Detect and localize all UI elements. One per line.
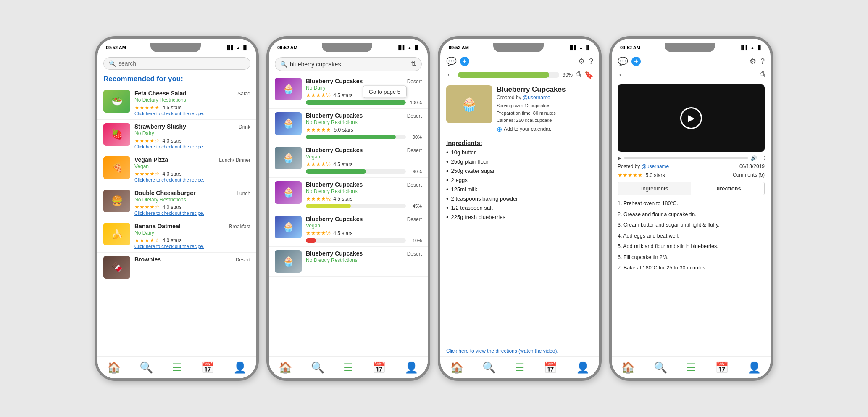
share-icon-4[interactable]: ⎙ — [760, 70, 765, 79]
food-name-1: Strawberry Slushy — [134, 123, 186, 130]
nav-user-4[interactable]: 👤 — [747, 361, 761, 374]
ingredients-section-3: Ingredients: •10g butter •250g plain flo… — [440, 137, 599, 346]
nav-calendar-3[interactable]: 📅 — [544, 361, 557, 374]
list-item[interactable]: 🍓 Strawberry Slushy Drink No Dairy ★★★★☆… — [97, 120, 256, 153]
video-timeline-4[interactable] — [624, 157, 748, 159]
nav-home-3[interactable]: 🏠 — [450, 361, 463, 374]
directions-link-3[interactable]: Click here to view the directions (watch… — [440, 346, 599, 356]
recipe-link-0[interactable]: Click here to check out the recipe. — [134, 111, 250, 116]
search-bar-2[interactable]: 🔍 ⇅ — [275, 57, 422, 71]
nav-list-3[interactable]: ☰ — [515, 361, 524, 374]
ingredient-5: •2 teaspoons baking powder — [446, 194, 593, 203]
list-item[interactable]: 🍌 Banana Oatmeal Breakfast No Dairy ★★★★… — [97, 219, 256, 253]
plus-button-4[interactable]: + — [631, 57, 641, 66]
play-button-4[interactable]: ▶ — [680, 107, 702, 129]
list-item[interactable]: 🧁 Blueberry Cupcakes Desert No Dietary R… — [269, 178, 428, 212]
poster-username-4[interactable]: @username — [642, 164, 669, 169]
nav-search-4[interactable]: 🔍 — [654, 361, 667, 374]
nav-user-1[interactable]: 👤 — [233, 361, 247, 374]
status-bar-2: 09:52 AM ▐▌▌ ▲ ▐▌ — [269, 39, 428, 54]
notch-1 — [150, 43, 201, 52]
back-button-3[interactable]: ← — [446, 70, 455, 79]
username-3[interactable]: @username — [523, 95, 550, 100]
result-stars-text-4: 4.5 stars — [333, 230, 352, 236]
recipe-link-4[interactable]: Click here to check out the recipe. — [134, 244, 250, 249]
progress-row-4: 10% — [306, 238, 422, 243]
gear-icon-3[interactable]: ⚙ — [578, 57, 585, 66]
status-bar-3: 09:52 AM ▐▌▌ ▲ ▐▌ — [440, 39, 599, 54]
plus-button-3[interactable]: + — [460, 57, 469, 66]
recipe-link-3[interactable]: Click here to check out the recipe. — [134, 211, 250, 216]
food-name-row-5: Brownies Desert — [134, 256, 250, 263]
search-bar-1[interactable]: 🔍 — [103, 57, 250, 70]
list-item[interactable]: 🧁 Blueberry Cupcakes Desert No Dairy ★★★… — [269, 74, 428, 109]
stars-4: ★★★★☆ 4.0 stars — [134, 236, 250, 244]
food-info-0: Feta Cheese Salad Salad No Dietary Restr… — [134, 90, 250, 116]
nav-search-3[interactable]: 🔍 — [482, 361, 496, 374]
status-icons-3: ▐▌▌ ▲ ▐▌ — [568, 45, 591, 50]
time-3: 09:52 AM — [449, 45, 469, 50]
nav-calendar-4[interactable]: 📅 — [715, 361, 729, 374]
list-item[interactable]: 🧁 Blueberry Cupcakes Desert Vegan ★★★★½ … — [269, 143, 428, 178]
recipe-link-2[interactable]: Click here to check out the recipe. — [134, 177, 250, 182]
list-item[interactable]: 🍫 Brownies Desert — [97, 253, 256, 282]
stars-3: ★★★★☆ 4.0 stars — [134, 203, 250, 211]
nav-home-4[interactable]: 🏠 — [621, 361, 635, 374]
result-cat-2: Desert — [407, 148, 422, 153]
progress-pct-4: 10% — [408, 238, 422, 243]
nav-list-1[interactable]: ☰ — [172, 361, 181, 374]
tab-directions-4[interactable]: Directions — [691, 182, 764, 195]
tab-ingredients-4[interactable]: Ingredients — [618, 182, 691, 195]
direction-step-1: 2. Grease and flour a cupcake tin. — [618, 209, 765, 220]
list-item[interactable]: 🧁 Blueberry Cupcakes Desert No Dietary R… — [269, 109, 428, 143]
food-name-3: Double Cheeseburger — [134, 190, 195, 196]
food-category-5: Desert — [236, 257, 250, 263]
nav-user-2[interactable]: 👤 — [405, 361, 418, 374]
play-icon-sm[interactable]: ▶ — [618, 155, 621, 161]
bookmark-icon-3[interactable]: 🔖 — [584, 70, 593, 79]
chat-icon-4[interactable]: 💬 — [618, 56, 628, 66]
bullet-0: • — [446, 149, 449, 156]
help-icon-4[interactable]: ? — [760, 57, 765, 66]
back-button-4[interactable]: ← — [618, 70, 626, 79]
nav-user-3[interactable]: 👤 — [576, 361, 589, 374]
comments-link-4[interactable]: Comments (5) — [733, 172, 765, 178]
chat-icon-3[interactable]: 💬 — [446, 56, 457, 66]
list-item[interactable]: 🍔 Double Cheeseburger Lunch No Dietary R… — [97, 186, 256, 219]
add-calendar-3[interactable]: ⊕ Add to your calendar. — [497, 124, 593, 134]
ingredients-title-3: Ingredients: — [446, 139, 593, 146]
prep-time-3: Preparation time: 80 minutes — [497, 110, 593, 117]
search-input-2[interactable] — [290, 61, 408, 68]
nav-home-1[interactable]: 🏠 — [107, 361, 121, 374]
volume-icon[interactable]: 🔊 — [751, 155, 757, 161]
signal-icon-3: ▐▌▌ — [568, 45, 577, 50]
nav-home-2[interactable]: 🏠 — [279, 361, 292, 374]
stars-icons-1: ★★★★☆ — [134, 137, 160, 144]
nav-search-2[interactable]: 🔍 — [311, 361, 324, 374]
nav-list-4[interactable]: ☰ — [686, 361, 696, 374]
recipe-link-1[interactable]: Click here to check out the recipe. — [134, 144, 250, 149]
list-item[interactable]: 🍕 Vegan Pizza Lunch/ Dinner Vegan ★★★★☆ … — [97, 153, 256, 186]
nav-calendar-1[interactable]: 📅 — [201, 361, 214, 374]
food-diet-0: No Dietary Restrictions — [134, 97, 250, 103]
search-input-1[interactable] — [118, 60, 245, 67]
stars-text-0: 4.5 stars — [162, 105, 181, 111]
list-item[interactable]: 🥗 Feta Cheese Salad Salad No Dietary Res… — [97, 87, 256, 120]
help-icon-3[interactable]: ? — [589, 57, 593, 66]
fullscreen-icon[interactable]: ⛶ — [760, 155, 765, 161]
gear-icon-4[interactable]: ⚙ — [750, 57, 756, 66]
list-item[interactable]: 🧁 Blueberry Cupcakes Desert No Dietary R… — [269, 247, 428, 277]
video-player-4[interactable]: ▶ — [618, 84, 765, 152]
sort-icon[interactable]: ⇅ — [411, 60, 416, 68]
list-item[interactable]: 🧁 Blueberry Cupcakes Desert Vegan ★★★★½ … — [269, 212, 428, 247]
share-icon-3[interactable]: ⎙ — [576, 70, 581, 79]
nav-search-1[interactable]: 🔍 — [139, 361, 153, 374]
nav-calendar-2[interactable]: 📅 — [372, 361, 386, 374]
go-to-page-tooltip[interactable]: Go to page 5 — [363, 85, 407, 98]
stars-4: ★★★★★ — [618, 172, 643, 178]
tab-row-4: Ingredients Directions — [618, 182, 765, 195]
header-right-4: ⚙ ? — [750, 57, 765, 66]
stars-text-1: 4.0 stars — [162, 138, 181, 144]
bottom-nav-2: 🏠 🔍 ☰ 📅 👤 — [269, 356, 428, 378]
nav-list-2[interactable]: ☰ — [343, 361, 353, 374]
